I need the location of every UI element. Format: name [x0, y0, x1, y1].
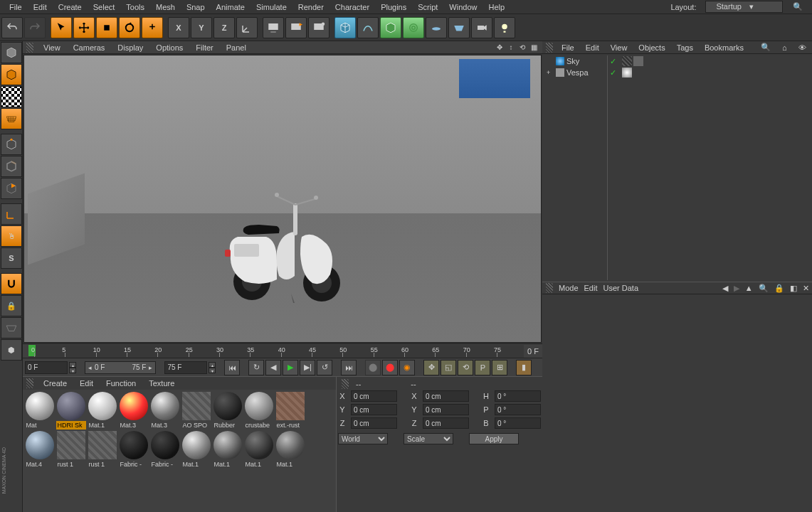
spin-down[interactable]: ▾ [69, 368, 76, 373]
light-object[interactable] [494, 17, 515, 38]
menu-plugins[interactable]: Plugins [375, 1, 412, 14]
om-menu-tags[interactable]: Tags [674, 42, 696, 53]
coord-input[interactable] [423, 417, 469, 429]
render-view[interactable] [263, 17, 284, 38]
scale-tool[interactable] [96, 17, 117, 38]
generator[interactable] [380, 17, 401, 38]
coord-mode-select[interactable]: World [338, 433, 388, 444]
polygons-mode[interactable] [1, 178, 22, 199]
attr-back-icon[interactable]: ◀ [722, 284, 728, 293]
material-item[interactable]: Mat.4 [24, 430, 55, 469]
loop2-button[interactable]: ↺ [317, 360, 332, 375]
menu-mesh[interactable]: Mesh [150, 1, 181, 14]
menu-edit[interactable]: Edit [28, 1, 53, 14]
axis-mode[interactable] [1, 203, 22, 225]
spin-up[interactable]: ▴ [69, 362, 76, 368]
timeline-ruler[interactable]: 051015202530354045505560657075 0 F [23, 343, 542, 358]
last-tool[interactable] [142, 17, 163, 38]
menu-snap[interactable]: Snap [181, 1, 211, 14]
key-rot-button[interactable]: ⟲ [458, 360, 473, 375]
key-scale-button[interactable]: ◱ [441, 360, 456, 375]
vp-menu-options[interactable]: Options [153, 42, 186, 53]
misc-tool[interactable]: ⬢ [1, 339, 22, 361]
mouse-mode[interactable]: 🖱 [1, 225, 22, 247]
primitive-cube[interactable] [334, 17, 356, 38]
attr-menu-edit[interactable]: Edit [584, 284, 598, 292]
om-eye-icon[interactable]: 👁 [796, 42, 809, 53]
edges-mode[interactable] [1, 156, 22, 177]
menu-character[interactable]: Character [329, 1, 375, 14]
om-home-icon[interactable]: ⌂ [779, 42, 790, 53]
goto-end-button[interactable]: ⏭ [341, 360, 357, 375]
mat-menu-texture[interactable]: Texture [146, 378, 177, 389]
goto-start-button[interactable]: ⏮ [224, 360, 240, 375]
search-icon[interactable]: 🔍 [787, 0, 808, 14]
model-mode[interactable] [1, 64, 22, 85]
menu-create[interactable]: Create [53, 1, 88, 14]
attr-lock-icon[interactable]: 🔒 [774, 284, 784, 293]
rotate-tool[interactable] [119, 17, 140, 38]
material-item[interactable]: AO SPO [181, 391, 211, 430]
undo-button[interactable] [1, 17, 23, 38]
menu-file[interactable]: File [4, 1, 28, 14]
key-pla-button[interactable]: ⊞ [492, 360, 507, 375]
material-item[interactable]: Mat.1 [181, 430, 211, 469]
vp-menu-panel[interactable]: Panel [223, 42, 249, 53]
vp-menu-cameras[interactable]: Cameras [70, 42, 108, 53]
vp-menu-view[interactable]: View [41, 42, 63, 53]
workplane2[interactable] [1, 317, 22, 338]
material-item[interactable]: Mat.1 [275, 430, 305, 469]
y-axis-lock[interactable]: Y [191, 17, 212, 38]
material-item[interactable]: Fabric - [118, 430, 149, 469]
coord-scale-select[interactable]: Scale [404, 433, 453, 444]
om-menu-edit[interactable]: Edit [583, 42, 602, 53]
coord-input[interactable] [495, 390, 541, 402]
coord-input[interactable] [495, 417, 541, 429]
mat-menu-edit[interactable]: Edit [77, 378, 96, 389]
environment[interactable] [426, 17, 447, 38]
texture-mode[interactable] [1, 86, 22, 107]
viewport-3d[interactable] [23, 55, 542, 343]
play-button[interactable]: ▶ [283, 360, 298, 375]
om-menu-bookmarks[interactable]: Bookmarks [702, 42, 747, 53]
x-axis-lock[interactable]: X [168, 17, 189, 38]
make-editable[interactable] [1, 42, 22, 63]
key-param-button[interactable]: P [475, 360, 490, 375]
material-item[interactable]: HDRI Sk [56, 391, 86, 430]
move-tool[interactable] [73, 17, 95, 38]
om-menu-view[interactable]: View [608, 42, 631, 53]
coord-input[interactable] [495, 404, 541, 415]
tree-item[interactable]: Sky [544, 55, 607, 67]
tag-icon[interactable] [622, 56, 632, 66]
key-all-button[interactable]: ▮ [516, 360, 532, 375]
workplane[interactable] [1, 108, 22, 129]
om-menu-objects[interactable]: Objects [636, 42, 668, 53]
attr-del-icon[interactable]: ✕ [803, 284, 809, 293]
drag-handle-icon[interactable] [342, 379, 349, 389]
next-frame-button[interactable]: ▶| [300, 360, 315, 375]
vp-pan-icon[interactable]: ✥ [495, 43, 505, 53]
autokey-button[interactable]: ⬤ [382, 360, 398, 375]
mat-menu-create[interactable]: Create [41, 378, 70, 389]
menu-help[interactable]: Help [483, 1, 510, 14]
material-item[interactable]: rust 1 [87, 430, 117, 469]
attr-search-icon[interactable]: 🔍 [759, 284, 769, 293]
loop-button[interactable]: ↻ [248, 360, 264, 375]
material-item[interactable]: Mat.1 [212, 430, 243, 469]
layout-select[interactable]: Startup ▾ [705, 1, 783, 13]
attr-fwd-icon[interactable]: ▶ [734, 284, 739, 293]
material-item[interactable]: Mat.1 [243, 430, 274, 469]
deformer[interactable] [403, 17, 424, 38]
frame-start-input[interactable] [25, 361, 68, 374]
drag-handle-icon[interactable] [546, 43, 553, 53]
om-menu-file[interactable]: File [559, 42, 577, 53]
coord-input[interactable] [423, 390, 469, 402]
render-pv[interactable] [285, 17, 307, 38]
drag-handle-icon[interactable] [26, 43, 33, 53]
locked[interactable]: 🔒 [1, 295, 22, 316]
floor-plane[interactable] [448, 17, 470, 38]
redo-button[interactable] [24, 17, 46, 38]
menu-render[interactable]: Render [292, 1, 329, 14]
coord-input[interactable] [351, 404, 397, 415]
coord-input[interactable] [351, 417, 397, 429]
